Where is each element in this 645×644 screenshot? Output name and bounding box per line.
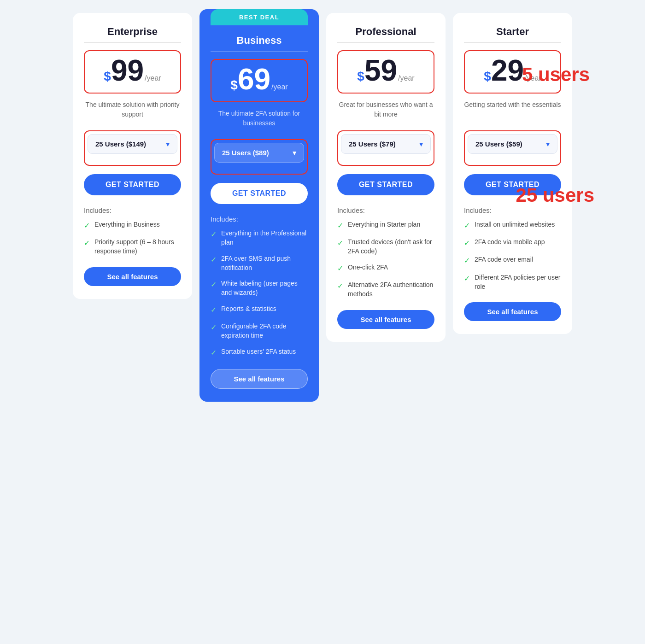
check-icon: ✓ [84, 238, 90, 248]
users-select-professional[interactable]: 25 Users ($79)5 Users ($59)10 Users ($69… [341, 134, 431, 154]
get-started-button-enterprise[interactable]: GET STARTED [84, 174, 181, 195]
plan-description-professional: Great for businesses who want a bit more [337, 100, 434, 122]
price-box-enterprise: $ 99 /year [84, 50, 181, 94]
feature-item: ✓ 2FA code via mobile app [464, 237, 561, 248]
includes-label-business: Includes: [211, 215, 308, 223]
price-amount-business: 69 [238, 64, 270, 94]
check-icon: ✓ [337, 220, 343, 231]
includes-label-enterprise: Includes: [84, 206, 181, 214]
check-icon: ✓ [337, 263, 343, 274]
get-started-button-professional[interactable]: GET STARTED [337, 174, 434, 195]
price-amount-enterprise: 99 [111, 56, 144, 85]
users-select-wrap-enterprise: 25 Users ($149)5 Users ($99)10 Users ($1… [88, 134, 177, 154]
feature-text: Everything in the Professional plan [221, 228, 308, 247]
plan-card-enterprise: Enterprise $ 99 /year The ultimate solut… [73, 13, 192, 299]
price-dollar-starter: $ [484, 69, 491, 84]
plan-card-professional: Professional $ 59 /year Great for busine… [326, 13, 446, 342]
feature-text: Everything in Starter plan [348, 220, 420, 229]
check-icon: ✓ [464, 273, 470, 284]
feature-text: Trusted devices (don't ask for 2FA code) [348, 237, 434, 256]
see-all-button-starter[interactable]: See all features [464, 302, 561, 321]
feature-text: 2FA code over email [475, 255, 533, 264]
users-box-starter: 25 Users ($59)5 Users ($29)10 Users ($39… [464, 130, 561, 166]
check-icon: ✓ [211, 322, 217, 333]
check-icon: ✓ [464, 255, 470, 266]
feature-item: ✓ Trusted devices (don't ask for 2FA cod… [337, 237, 434, 256]
plan-card-starter: Starter $ 29 /year Getting started with … [453, 13, 572, 334]
users-select-wrap-starter: 25 Users ($59)5 Users ($29)10 Users ($39… [468, 134, 557, 154]
check-icon: ✓ [211, 254, 217, 265]
annotation-5users: 5 users [522, 64, 590, 86]
feature-item: ✓ 2FA code over email [464, 255, 561, 266]
feature-list-business: ✓ Everything in the Professional plan ✓ … [211, 228, 308, 358]
feature-item: ✓ Reports & statistics [211, 304, 308, 315]
feature-item: ✓ White labeling (user pages and wizards… [211, 279, 308, 298]
pricing-container: Enterprise $ 99 /year The ultimate solut… [69, 9, 576, 405]
feature-text: Everything in Business [94, 220, 160, 229]
check-icon: ✓ [211, 279, 217, 290]
feature-list-starter: ✓ Install on unlimited websites ✓ 2FA co… [464, 220, 561, 291]
feature-item: ✓ Alternative 2FA authentication methods [337, 280, 434, 299]
plan-name-professional: Professional [337, 26, 434, 38]
users-select-starter[interactable]: 25 Users ($59)5 Users ($29)10 Users ($39… [468, 134, 557, 154]
users-select-wrap-business: 25 Users ($89)5 Users ($69)10 Users ($79… [214, 143, 304, 163]
price-box-business: $ 69 /year [211, 59, 308, 102]
price-amount-professional: 59 [364, 56, 397, 85]
includes-label-professional: Includes: [337, 206, 434, 214]
plan-name-starter: Starter [464, 26, 561, 38]
plan-description-starter: Getting started with the essentials [464, 100, 561, 122]
users-box-business: 25 Users ($89)5 Users ($69)10 Users ($79… [211, 139, 308, 175]
see-all-button-professional[interactable]: See all features [337, 310, 434, 329]
feature-item: ✓ Different 2FA policies per user role [464, 273, 561, 292]
feature-item: ✓ Priority support (6 – 8 hours response… [84, 237, 181, 256]
feature-text: 2FA code via mobile app [475, 237, 545, 246]
includes-label-starter: Includes: [464, 206, 561, 214]
feature-item: ✓ Install on unlimited websites [464, 220, 561, 231]
feature-text: White labeling (user pages and wizards) [221, 279, 308, 298]
users-box-enterprise: 25 Users ($149)5 Users ($99)10 Users ($1… [84, 130, 181, 166]
feature-item: ✓ Sortable users' 2FA status [211, 347, 308, 358]
price-amount-starter: 29 [491, 56, 524, 85]
feature-item: ✓ Everything in Business [84, 220, 181, 231]
see-all-button-business[interactable]: See all features [211, 369, 308, 389]
see-all-button-enterprise[interactable]: See all features [84, 267, 181, 286]
feature-text: Alternative 2FA authentication methods [348, 280, 434, 299]
users-box-professional: 25 Users ($79)5 Users ($59)10 Users ($69… [337, 130, 434, 166]
feature-item: ✓ One-click 2FA [337, 263, 434, 274]
feature-text: Sortable users' 2FA status [221, 347, 296, 356]
users-select-business[interactable]: 25 Users ($89)5 Users ($69)10 Users ($79… [214, 143, 304, 163]
plan-description-enterprise: The ultimate solution with priority supp… [84, 100, 181, 122]
feature-item: ✓ Everything in the Professional plan [211, 228, 308, 247]
annotation-25users: 25 users [516, 184, 594, 206]
plan-name-enterprise: Enterprise [84, 26, 181, 38]
feature-text: Reports & statistics [221, 304, 276, 313]
feature-text: 2FA over SMS and push notification [221, 254, 308, 273]
check-icon: ✓ [337, 281, 343, 291]
get-started-button-business[interactable]: GET STARTED [211, 183, 308, 204]
feature-text: Install on unlimited websites [475, 220, 555, 229]
feature-item: ✓ Configurable 2FA code expiration time [211, 322, 308, 340]
price-dollar-professional: $ [357, 69, 364, 84]
plan-description-business: The ultimate 2FA solution for businesses [211, 109, 308, 131]
feature-text: One-click 2FA [348, 263, 388, 272]
best-deal-badge: BEST DEAL [211, 9, 308, 25]
check-icon: ✓ [337, 238, 343, 248]
price-dollar-business: $ [230, 78, 238, 93]
price-dollar-enterprise: $ [104, 69, 111, 84]
feature-item: ✓ Everything in Starter plan [337, 220, 434, 231]
users-select-wrap-professional: 25 Users ($79)5 Users ($59)10 Users ($69… [341, 134, 431, 154]
price-period-professional: /year [398, 74, 415, 82]
feature-text: Different 2FA policies per user role [475, 273, 561, 292]
check-icon: ✓ [211, 304, 217, 315]
feature-list-enterprise: ✓ Everything in Business ✓ Priority supp… [84, 220, 181, 256]
price-period-enterprise: /year [145, 74, 161, 82]
price-period-business: /year [271, 83, 288, 91]
feature-list-professional: ✓ Everything in Starter plan ✓ Trusted d… [337, 220, 434, 299]
check-icon: ✓ [464, 220, 470, 231]
users-select-enterprise[interactable]: 25 Users ($149)5 Users ($99)10 Users ($1… [88, 134, 177, 154]
price-box-professional: $ 59 /year [337, 50, 434, 94]
check-icon: ✓ [464, 238, 470, 248]
feature-item: ✓ 2FA over SMS and push notification [211, 254, 308, 273]
check-icon: ✓ [84, 220, 90, 231]
feature-text: Configurable 2FA code expiration time [221, 322, 308, 340]
